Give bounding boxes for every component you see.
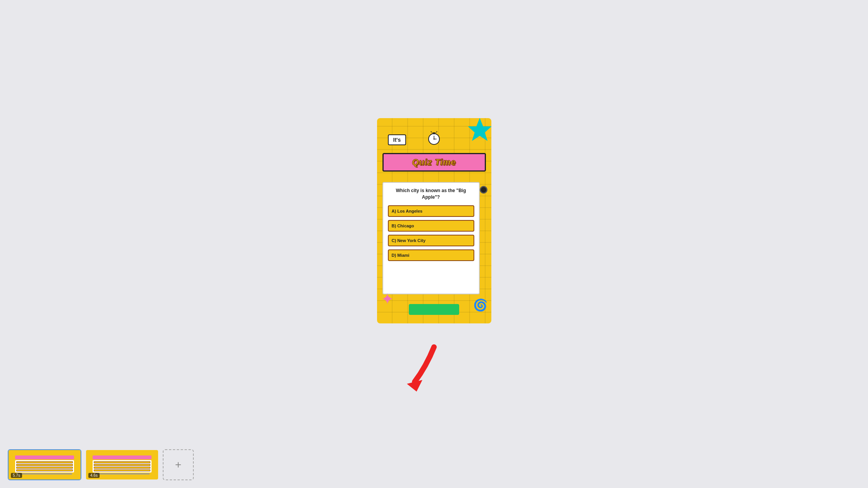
pink-star-icon: ✦ — [381, 290, 394, 308]
thumb-pink-bar-2 — [93, 455, 151, 459]
thumb-line-2b — [94, 464, 150, 466]
thumb-pink-bar-1 — [15, 455, 74, 459]
quiz-title: Quiz Time — [412, 157, 456, 167]
add-slide-button[interactable]: + — [163, 449, 194, 480]
green-action-button[interactable] — [409, 304, 459, 315]
thumb-line-1b — [16, 464, 72, 466]
teal-star-icon — [466, 118, 491, 143]
teal-swirl-icon: 🌀 — [473, 298, 487, 312]
thumb-text-1 — [17, 473, 72, 474]
thumb-line-1d — [16, 469, 72, 471]
thumb-line-1a — [16, 461, 72, 463]
svg-line-8 — [436, 131, 437, 132]
scroll-handle[interactable] — [480, 186, 487, 194]
answer-b-button[interactable]: B) Chicago — [388, 220, 474, 232]
answer-c-button[interactable]: C) New York City — [388, 235, 474, 246]
answer-d-button[interactable]: D) Miami — [388, 249, 474, 261]
question-text: Which city is known as the "Big Apple"? — [388, 187, 474, 201]
thumb-text-2 — [95, 473, 150, 474]
thumb-line-2c — [94, 467, 150, 469]
thumb-duration-1: 5.7s — [11, 473, 22, 478]
svg-line-7 — [431, 131, 432, 132]
thumb-mini-1 — [9, 454, 81, 476]
thumb-line-2a — [94, 461, 150, 463]
thumb-line-1c — [16, 467, 72, 469]
red-arrow-icon — [403, 343, 465, 395]
preview-area: It's Quiz Time Which city is kno — [0, 0, 868, 442]
timer-icon — [425, 129, 443, 146]
thumb-white-box-1 — [15, 460, 74, 473]
slide-card: It's Quiz Time Which city is kno — [377, 118, 491, 323]
timeline-strip: 5.7s 4.6s + — [0, 442, 868, 488]
slide-thumb-1[interactable]: 5.7s — [8, 449, 81, 480]
question-card: Which city is known as the "Big Apple"? … — [382, 182, 480, 294]
quiz-banner: Quiz Time — [382, 153, 486, 172]
answer-a-button[interactable]: A) Los Angeles — [388, 205, 474, 217]
thumb-white-box-2 — [93, 460, 151, 473]
svg-point-6 — [434, 139, 435, 140]
svg-marker-0 — [468, 118, 491, 141]
slide-thumb-2[interactable]: 4.6s — [85, 449, 159, 480]
thumb-duration-2: 4.6s — [88, 473, 100, 478]
svg-marker-9 — [407, 380, 422, 392]
thumb-line-2d — [94, 469, 150, 471]
thumb-mini-2 — [86, 454, 158, 476]
its-label: It's — [388, 134, 406, 145]
